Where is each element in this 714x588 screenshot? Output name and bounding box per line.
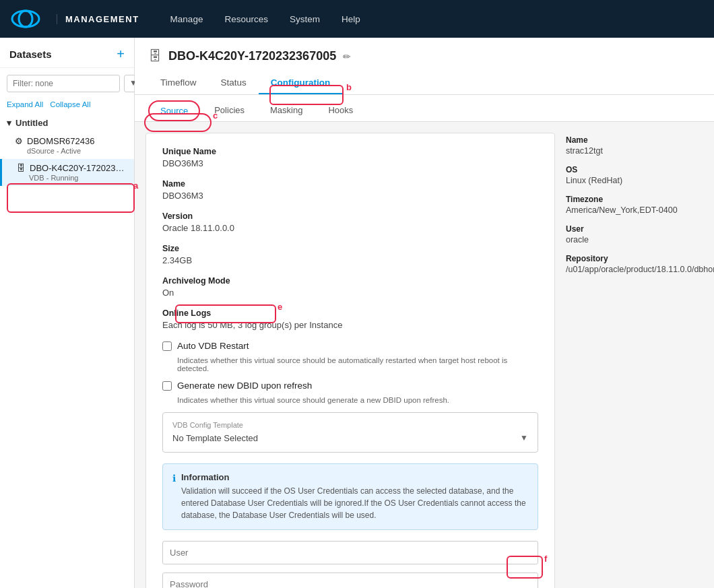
right-user-value: oracle	[566, 235, 703, 244]
right-name-field: Name strac12tgt	[566, 135, 703, 156]
dsource-icon: ⚙	[15, 136, 23, 146]
generate-dbid-checkbox[interactable]	[162, 381, 172, 391]
unique-name-label: Unique Name	[162, 147, 538, 156]
sub-tabs: Source Policies Masking Hooks	[135, 95, 714, 122]
info-icon: ℹ	[172, 473, 176, 521]
right-name-value: strac12tgt	[566, 146, 703, 156]
right-repo-value: /u01/app/oracle/product/18.11.0.0/dbhome…	[566, 265, 703, 274]
size-field: Size 2.34GB	[162, 244, 538, 265]
unique-name-field: Unique Name DBO36M3	[162, 147, 538, 168]
generate-dbid-label: Generate new DBID upon refresh	[177, 381, 312, 391]
main-layout: Datasets + ▼ Expand All Collapse All ▾ U…	[0, 38, 714, 588]
group-label: Untitled	[15, 118, 48, 128]
subtab-source[interactable]: Source	[148, 100, 200, 121]
panel-layout: Unique Name DBO36M3 Name DBO36M3 Version…	[135, 122, 714, 588]
right-name-label: Name	[566, 135, 703, 145]
auto-vdb-row: Auto VDB Restart	[162, 341, 538, 351]
right-panel: Name strac12tgt OS Linux (RedHat) Timezo…	[566, 133, 714, 588]
form-panel: Unique Name DBO36M3 Name DBO36M3 Version…	[145, 133, 555, 588]
name-label: Name	[162, 179, 538, 189]
right-user-label: User	[566, 224, 703, 234]
right-os-label: OS	[566, 165, 703, 174]
nav-resources[interactable]: Resources	[215, 9, 278, 30]
nav-manage[interactable]: Manage	[161, 9, 213, 30]
content-area: 🗄 DBO-K4C20Y-1720232367005 ✏ Timeflow St…	[135, 38, 714, 588]
sidebar-item-status: dSource - Active	[15, 147, 127, 155]
tab-timeflow[interactable]: Timeflow	[148, 72, 209, 94]
size-label: Size	[162, 244, 538, 253]
password-input[interactable]	[162, 573, 538, 588]
sidebar-header: Datasets +	[0, 38, 134, 68]
right-repo-label: Repository	[566, 254, 703, 263]
vdb-config-select[interactable]: No Template Selected	[172, 433, 528, 443]
online-logs-field: Online Logs Each log is 50 MB, 3 log gro…	[162, 308, 538, 330]
user-input[interactable]	[162, 541, 538, 564]
info-box: ℹ Information Validation will succeed if…	[162, 463, 538, 530]
archivelog-field: Archivelog Mode On	[162, 276, 538, 298]
size-value: 2.34GB	[162, 255, 538, 265]
top-navigation: MANAGEMENT Manage Resources System Help	[0, 0, 714, 38]
right-user-field: User oracle	[566, 224, 703, 244]
right-timezone-value: America/New_York,EDT-0400	[566, 205, 703, 215]
unique-name-value: DBO36M3	[162, 158, 538, 168]
version-value: Oracle 18.11.0.0.0	[162, 223, 538, 233]
nav-system[interactable]: System	[280, 9, 329, 30]
svg-point-1	[19, 11, 32, 27]
tab-configuration[interactable]: Configuration	[259, 72, 342, 94]
expand-all-link[interactable]: Expand All	[7, 100, 43, 108]
add-dataset-button[interactable]: +	[117, 47, 125, 61]
auto-vdb-label: Auto VDB Restart	[177, 341, 249, 351]
version-label: Version	[162, 211, 538, 221]
sidebar-item-vdb-name: 🗄 DBO-K4C20Y-172023…	[17, 163, 127, 173]
archivelog-value: On	[162, 288, 538, 298]
vdb-icon: 🗄	[17, 163, 26, 173]
svg-point-0	[12, 11, 39, 27]
nav-links: Manage Resources System Help	[161, 9, 370, 30]
right-repo-field: Repository /u01/app/oracle/product/18.11…	[566, 254, 703, 274]
version-field: Version Oracle 18.11.0.0.0	[162, 211, 538, 233]
main-tabs: Timeflow Status Configuration	[148, 72, 701, 94]
tab-status[interactable]: Status	[209, 72, 259, 94]
archivelog-label: Archivelog Mode	[162, 276, 538, 286]
sidebar-title: Datasets	[9, 48, 52, 60]
right-timezone-label: Timezone	[566, 195, 703, 204]
online-logs-label: Online Logs	[162, 308, 538, 318]
sidebar: Datasets + ▼ Expand All Collapse All ▾ U…	[0, 38, 135, 588]
name-field: Name DBO36M3	[162, 179, 538, 201]
sidebar-filter-row: ▼	[0, 68, 134, 99]
sidebar-item-vdb[interactable]: 🗄 DBO-K4C20Y-172023… VDB - Running	[0, 159, 134, 186]
auto-vdb-checkbox[interactable]	[162, 341, 172, 351]
right-timezone-field: Timezone America/New_York,EDT-0400	[566, 195, 703, 215]
sidebar-item-name: ⚙ DBOMSR672436	[15, 136, 127, 146]
title-row: 🗄 DBO-K4C20Y-1720232367005 ✏	[148, 48, 701, 64]
dataset-db-icon: 🗄	[148, 48, 162, 64]
subtab-policies[interactable]: Policies	[203, 100, 256, 121]
subtab-masking[interactable]: Masking	[259, 100, 314, 121]
vdb-config-wrapper: No Template Selected ▼	[172, 432, 528, 444]
info-content: Information Validation will succeed if t…	[181, 472, 528, 521]
page-title: DBO-K4C20Y-1720232367005	[168, 49, 336, 63]
info-text: Validation will succeed if the OS User C…	[181, 485, 528, 521]
subtab-hooks[interactable]: Hooks	[317, 100, 364, 121]
sidebar-group-untitled[interactable]: ▾ Untitled	[0, 114, 134, 132]
right-os-value: Linux (RedHat)	[566, 176, 703, 185]
sidebar-item-vdb-status: VDB - Running	[17, 174, 127, 182]
online-logs-value: Each log is 50 MB, 3 log group(s) per In…	[162, 320, 538, 330]
chevron-down-icon: ▾	[7, 118, 11, 128]
edit-title-icon[interactable]: ✏	[343, 51, 351, 62]
vdb-config-section-label: VDB Config Template	[172, 421, 528, 429]
logo	[11, 7, 40, 31]
generate-dbid-row: Generate new DBID upon refresh	[162, 381, 538, 391]
generate-dbid-description: Indicates whether this virtual source sh…	[177, 396, 538, 404]
right-os-field: OS Linux (RedHat)	[566, 165, 703, 185]
filter-input[interactable]	[7, 75, 120, 92]
nav-help[interactable]: Help	[332, 9, 370, 30]
content-header: 🗄 DBO-K4C20Y-1720232367005 ✏ Timeflow St…	[135, 38, 714, 95]
info-title: Information	[181, 472, 528, 482]
collapse-all-link[interactable]: Collapse All	[50, 100, 90, 108]
sidebar-actions: Expand All Collapse All	[0, 99, 134, 114]
auto-vdb-description: Indicates whether this virtual source sh…	[177, 356, 538, 372]
name-value: DBO36M3	[162, 191, 538, 201]
sidebar-item-dbomsr[interactable]: ⚙ DBOMSR672436 dSource - Active	[0, 132, 134, 159]
brand-name: MANAGEMENT	[57, 14, 139, 24]
